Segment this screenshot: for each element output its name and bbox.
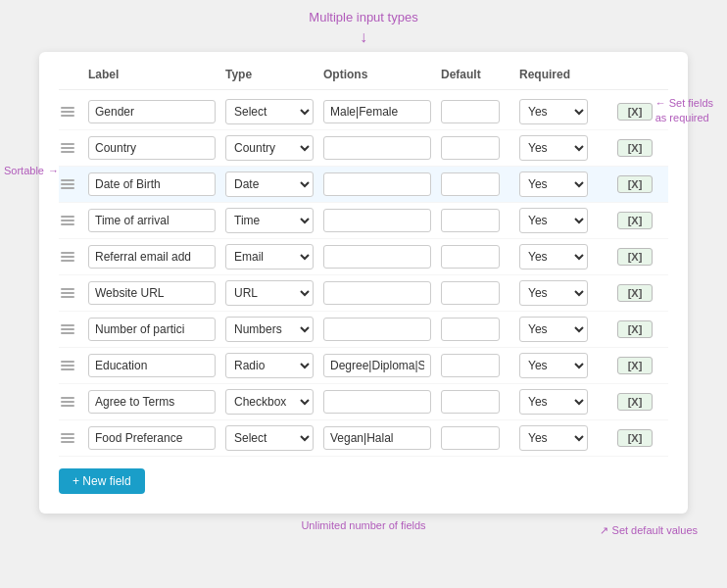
delete-button[interactable]: [X] bbox=[617, 320, 653, 338]
options-input[interactable] bbox=[323, 136, 431, 160]
table-row: SelectCountryDateTimeEmailURLNumbersRadi… bbox=[59, 275, 668, 312]
table-row: SelectCountryDateTimeEmailURLNumbersRadi… bbox=[59, 312, 668, 348]
header-required: Required bbox=[519, 68, 617, 81]
drag-handle-icon[interactable] bbox=[59, 322, 88, 336]
options-input[interactable] bbox=[323, 390, 431, 414]
delete-button[interactable]: [X] bbox=[617, 212, 653, 229]
options-input[interactable] bbox=[323, 245, 431, 269]
drag-handle-icon[interactable] bbox=[59, 105, 88, 119]
required-select[interactable]: YesNo bbox=[519, 208, 588, 233]
options-input[interactable] bbox=[323, 426, 431, 450]
options-input[interactable] bbox=[323, 209, 431, 232]
drag-handle-icon[interactable] bbox=[59, 286, 88, 300]
default-input[interactable] bbox=[441, 209, 500, 232]
required-select[interactable]: YesNo bbox=[519, 244, 588, 270]
table-rows: SelectCountryDateTimeEmailURLNumbersRadi… bbox=[59, 94, 668, 457]
default-input[interactable] bbox=[441, 100, 500, 123]
options-input[interactable] bbox=[323, 172, 431, 196]
unlimited-label: Unlimited number of fields bbox=[301, 519, 425, 531]
main-card: Label Type Options Default Required Sele… bbox=[39, 52, 688, 514]
title-annotation: Multiple input types bbox=[10, 10, 717, 24]
header-default: Default bbox=[441, 68, 519, 81]
type-select[interactable]: SelectCountryDateTimeEmailURLNumbersRadi… bbox=[225, 389, 314, 415]
table-header: Label Type Options Default Required bbox=[59, 68, 668, 90]
label-input[interactable] bbox=[88, 390, 216, 414]
default-input[interactable] bbox=[441, 245, 500, 269]
page-wrapper: Multiple input types ↓ Label Type Option… bbox=[0, 0, 727, 588]
table-row: SelectCountryDateTimeEmailURLNumbersRadi… bbox=[59, 420, 668, 457]
label-input[interactable] bbox=[88, 209, 216, 232]
sortable-arrow-icon: → bbox=[48, 165, 59, 176]
label-input[interactable] bbox=[88, 281, 216, 305]
options-input[interactable] bbox=[323, 100, 431, 123]
delete-button[interactable]: [X] bbox=[617, 284, 653, 302]
table-row: SelectCountryDateTimeEmailURLNumbersRadi… bbox=[59, 384, 668, 420]
required-select[interactable]: YesNo bbox=[519, 353, 588, 378]
type-select[interactable]: SelectCountryDateTimeEmailURLNumbersRadi… bbox=[225, 99, 314, 124]
drag-handle-icon[interactable] bbox=[59, 177, 88, 191]
drag-handle-icon[interactable] bbox=[59, 214, 88, 227]
set-default-label: Set default values bbox=[612, 524, 698, 536]
label-input[interactable] bbox=[88, 100, 216, 123]
set-fields-arrow-icon: ← bbox=[655, 97, 666, 109]
table-row: SelectCountryDateTimeEmailURLNumbersRadi… bbox=[59, 239, 668, 275]
label-input[interactable] bbox=[88, 354, 216, 377]
set-default-arrow-icon: ↗ bbox=[600, 524, 608, 536]
delete-button[interactable]: [X] bbox=[617, 139, 653, 157]
type-select[interactable]: SelectCountryDateTimeEmailURLNumbersRadi… bbox=[225, 317, 314, 342]
set-default-annotation: ↗ Set default values bbox=[600, 524, 698, 537]
type-select[interactable]: SelectCountryDateTimeEmailURLNumbersRadi… bbox=[225, 208, 314, 233]
default-input[interactable] bbox=[441, 172, 500, 196]
label-input[interactable] bbox=[88, 136, 216, 160]
header-options: Options bbox=[323, 68, 441, 81]
delete-button[interactable]: [X] bbox=[617, 393, 653, 411]
default-input[interactable] bbox=[441, 390, 500, 414]
table-row: SelectCountryDateTimeEmailURLNumbersRadi… bbox=[59, 94, 668, 130]
required-select[interactable]: YesNo bbox=[519, 425, 588, 451]
sortable-label: Sortable bbox=[4, 165, 44, 176]
delete-button[interactable]: [X] bbox=[617, 357, 653, 374]
type-select[interactable]: SelectCountryDateTimeEmailURLNumbersRadi… bbox=[225, 172, 314, 197]
delete-button[interactable]: [X] bbox=[617, 248, 653, 266]
required-select[interactable]: YesNo bbox=[519, 280, 588, 306]
required-select[interactable]: YesNo bbox=[519, 172, 588, 197]
drag-handle-icon[interactable] bbox=[59, 141, 88, 155]
set-fields-annotation: ← Set fieldsas required bbox=[655, 96, 713, 126]
drag-handle-icon[interactable] bbox=[59, 250, 88, 264]
page-title: Multiple input types bbox=[309, 10, 417, 24]
table-row: SelectCountryDateTimeEmailURLNumbersRadi… bbox=[59, 167, 668, 203]
drag-handle-icon[interactable] bbox=[59, 395, 88, 409]
type-select[interactable]: SelectCountryDateTimeEmailURLNumbersRadi… bbox=[225, 280, 314, 306]
required-select[interactable]: YesNo bbox=[519, 317, 588, 342]
drag-handle-icon[interactable] bbox=[59, 359, 88, 372]
default-input[interactable] bbox=[441, 354, 500, 377]
sortable-annotation: Sortable → bbox=[4, 165, 59, 176]
required-select[interactable]: YesNo bbox=[519, 99, 588, 124]
options-input[interactable] bbox=[323, 318, 431, 341]
type-select[interactable]: SelectCountryDateTimeEmailURLNumbersRadi… bbox=[225, 244, 314, 270]
delete-button[interactable]: [X] bbox=[617, 175, 653, 193]
label-input[interactable] bbox=[88, 318, 216, 341]
type-select[interactable]: SelectCountryDateTimeEmailURLNumbersRadi… bbox=[225, 135, 314, 161]
default-input[interactable] bbox=[441, 426, 500, 450]
table-row: SelectCountryDateTimeEmailURLNumbersRadi… bbox=[59, 130, 668, 167]
drag-handle-icon[interactable] bbox=[59, 431, 88, 445]
new-field-button[interactable]: + New field bbox=[59, 468, 145, 494]
header-type: Type bbox=[225, 68, 323, 81]
label-input[interactable] bbox=[88, 172, 216, 196]
default-input[interactable] bbox=[441, 281, 500, 305]
arrow-down-icon: ↓ bbox=[10, 28, 717, 46]
header-label: Label bbox=[88, 68, 225, 81]
delete-button[interactable]: [X] bbox=[617, 429, 653, 447]
required-select[interactable]: YesNo bbox=[519, 135, 588, 161]
type-select[interactable]: SelectCountryDateTimeEmailURLNumbersRadi… bbox=[225, 425, 314, 451]
required-select[interactable]: YesNo bbox=[519, 389, 588, 415]
options-input[interactable] bbox=[323, 354, 431, 377]
label-input[interactable] bbox=[88, 426, 216, 450]
options-input[interactable] bbox=[323, 281, 431, 305]
label-input[interactable] bbox=[88, 245, 216, 269]
delete-button[interactable]: [X] bbox=[617, 103, 653, 121]
type-select[interactable]: SelectCountryDateTimeEmailURLNumbersRadi… bbox=[225, 353, 314, 378]
default-input[interactable] bbox=[441, 318, 500, 341]
default-input[interactable] bbox=[441, 136, 500, 160]
